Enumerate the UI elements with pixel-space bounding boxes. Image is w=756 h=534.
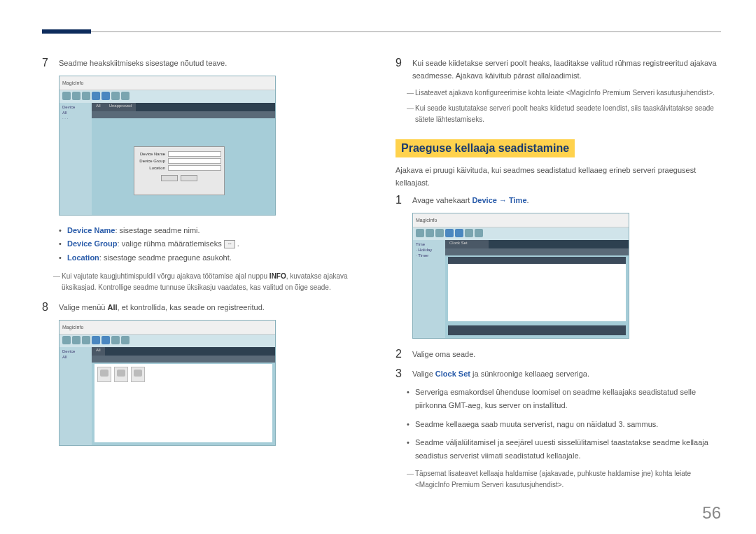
step3-subbullets: Serveriga esmakordsel ühenduse loomisel … bbox=[407, 386, 721, 462]
step9-note2: Kui seade kustutatakse serveri poolt hea… bbox=[407, 103, 721, 125]
step-number: 7 bbox=[42, 56, 52, 69]
step-number: 2 bbox=[396, 347, 405, 360]
right-column: 9 Kui seade kiidetakse serveri poolt hea… bbox=[396, 21, 721, 495]
section-intro: Ajakava ei pruugi käivituda, kui seadmes… bbox=[396, 164, 721, 189]
sub-bullet: Serveriga esmakordsel ühenduse loomisel … bbox=[407, 386, 721, 412]
step9-note1: Lisateavet ajakava konfigureerimise koht… bbox=[407, 87, 721, 99]
page-content: 7 Seadme heakskiitmiseks sisestage nõutu… bbox=[0, 0, 756, 509]
page-number: 56 bbox=[702, 503, 721, 523]
sub-bullet: Seadme kellaaega saab muuta serverist, n… bbox=[407, 418, 721, 431]
header-rule bbox=[91, 31, 721, 32]
step-number: 1 bbox=[396, 193, 405, 206]
step-text: Avage vahekaart Device → Time. bbox=[412, 193, 721, 207]
bullet-device-name: Device Name: sisestage seadme nimi. bbox=[59, 224, 368, 238]
step-text: Seadme heakskiitmiseks sisestage nõutud … bbox=[59, 56, 368, 70]
step7-note: Kui vajutate kaugjuhtimispuldil võrgu aj… bbox=[53, 271, 368, 293]
bullet-location: Location: sisestage seadme praegune asuk… bbox=[59, 251, 368, 265]
step-text: Valige oma seade. bbox=[412, 347, 721, 361]
step-1: 1 Avage vahekaart Device → Time. bbox=[396, 193, 721, 207]
sub-bullet: Seadme väljalülitamisel ja seejärel uues… bbox=[407, 436, 721, 462]
section-heading: Praeguse kellaaja seadistamine bbox=[396, 139, 575, 157]
app-logo-text: MagicInfo bbox=[62, 80, 83, 85]
step-2: 2 Valige oma seade. bbox=[396, 347, 721, 361]
step-9: 9 Kui seade kiidetakse serveri poolt hea… bbox=[396, 56, 721, 82]
left-column: 7 Seadme heakskiitmiseks sisestage nõutu… bbox=[42, 21, 368, 495]
step-8: 8 Valige menüü All, et kontrollida, kas … bbox=[42, 300, 368, 314]
step-3: 3 Valige Clock Set ja sünkroonige kellaa… bbox=[396, 367, 721, 381]
time-note: Täpsemat lisateavet kellaaja haldamise (… bbox=[407, 468, 721, 491]
step-text: Valige Clock Set ja sünkroonige kellaaeg… bbox=[412, 367, 721, 381]
screenshot-all-devices: MagicInfo DeviceAll All bbox=[59, 320, 368, 446]
step-text: Valige menüü All, et kontrollida, kas se… bbox=[59, 300, 368, 314]
header-accent bbox=[42, 29, 91, 34]
step-text: Kui seade kiidetakse serveri poolt heaks… bbox=[412, 56, 721, 82]
step-7: 7 Seadme heakskiitmiseks sisestage nõutu… bbox=[42, 56, 368, 70]
step-number: 9 bbox=[396, 56, 405, 69]
dots-button-icon: ··· bbox=[224, 240, 235, 248]
step-number: 3 bbox=[396, 367, 405, 380]
screenshot-device-time: MagicInfo Time· Holiday· Timer Clock Set bbox=[412, 213, 721, 339]
bullet-device-group: Device Group: valige rühma määratlemisek… bbox=[59, 237, 368, 251]
step7-bullets: Device Name: sisestage seadme nimi. Devi… bbox=[59, 224, 368, 265]
step-number: 8 bbox=[42, 300, 52, 314]
screenshot-device-approve: MagicInfo DeviceAll· · · AllUnapproved D… bbox=[59, 76, 368, 216]
